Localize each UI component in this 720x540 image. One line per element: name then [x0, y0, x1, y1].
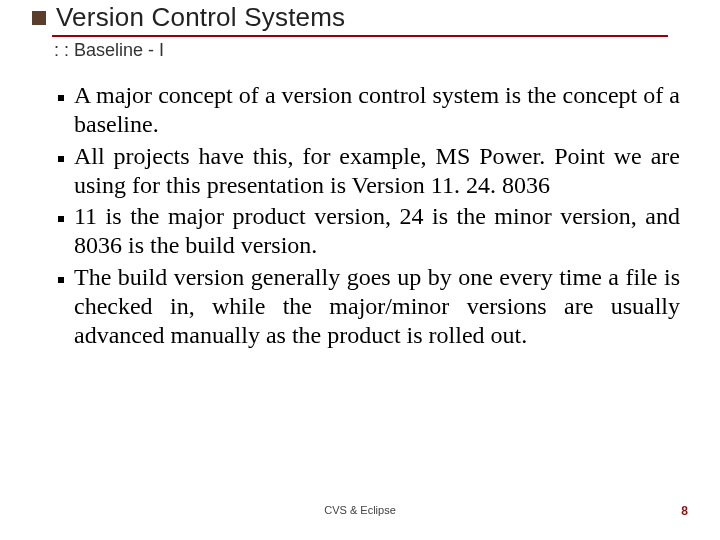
bullet-text: The build version generally goes up by o…	[74, 263, 680, 351]
content-area: A major concept of a version control sys…	[58, 81, 680, 350]
title-line: Version Control Systems	[0, 2, 720, 33]
slide-title: Version Control Systems	[56, 2, 345, 33]
title-block: Version Control Systems : : Baseline - I	[0, 0, 720, 61]
footer: CVS & Eclipse 8	[0, 504, 720, 524]
bullet-text: All projects have this, for example, MS …	[74, 142, 680, 201]
bullet-text: A major concept of a version control sys…	[74, 81, 680, 140]
title-bullet-icon	[32, 11, 46, 25]
square-bullet-icon	[58, 277, 64, 283]
slide: Version Control Systems : : Baseline - I…	[0, 0, 720, 540]
bullet-item: The build version generally goes up by o…	[58, 263, 680, 351]
title-underline	[52, 35, 668, 37]
page-number: 8	[681, 504, 688, 518]
square-bullet-icon	[58, 95, 64, 101]
bullet-text: 11 is the major product version, 24 is t…	[74, 202, 680, 261]
slide-subtitle: : : Baseline - I	[54, 40, 720, 61]
bullet-item: 11 is the major product version, 24 is t…	[58, 202, 680, 261]
square-bullet-icon	[58, 156, 64, 162]
bullet-item: A major concept of a version control sys…	[58, 81, 680, 140]
footer-center-text: CVS & Eclipse	[0, 504, 720, 516]
square-bullet-icon	[58, 216, 64, 222]
bullet-item: All projects have this, for example, MS …	[58, 142, 680, 201]
